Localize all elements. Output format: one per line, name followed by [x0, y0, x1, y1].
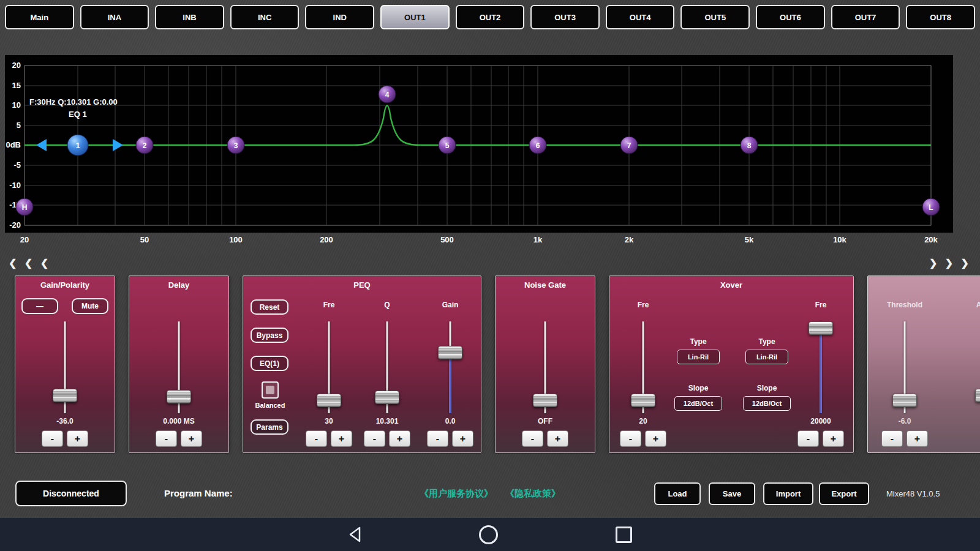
tab-out7[interactable]: OUT7 — [831, 5, 900, 29]
eq-node-6[interactable]: 6 — [529, 137, 546, 154]
peq-band-select-button[interactable]: EQ(1) — [251, 356, 288, 371]
xover-lpf-slope-button[interactable]: 12dB/Oct — [743, 396, 791, 411]
slider-handle[interactable] — [438, 346, 462, 359]
gain-stepper: - + — [42, 430, 88, 447]
eq-node-label: 2 — [143, 141, 147, 150]
limiter-threshold-minus-button[interactable]: - — [881, 430, 903, 447]
eq-node-1[interactable]: 1 — [67, 135, 88, 156]
peq-freq-plus-button[interactable]: + — [331, 430, 352, 447]
eq-node-4[interactable]: 4 — [379, 86, 396, 103]
xover-lpf-slider[interactable] — [807, 321, 834, 413]
eq-node-2[interactable]: 2 — [136, 137, 153, 154]
tab-ind[interactable]: IND — [305, 5, 374, 29]
slider-handle[interactable] — [809, 321, 833, 335]
gain-slider[interactable] — [51, 321, 78, 413]
noise-gate-minus-button[interactable]: - — [522, 430, 543, 447]
limiter-threshold-plus-button[interactable]: + — [907, 430, 928, 447]
tab-out6[interactable]: OUT6 — [756, 5, 825, 29]
tab-out5[interactable]: OUT5 — [680, 5, 750, 29]
y-label: 0dB — [6, 140, 21, 149]
eq-node-8[interactable]: 8 — [741, 137, 758, 154]
y-label: -10 — [9, 181, 21, 190]
peq-freq-minus-button[interactable]: - — [306, 430, 327, 447]
peq-q-plus-button[interactable]: + — [389, 430, 410, 447]
delay-minus-button[interactable]: - — [156, 430, 177, 447]
user-agreement-link[interactable]: 《用户服务协议》 — [420, 488, 493, 498]
home-icon[interactable] — [479, 525, 498, 544]
xover-hpf-plus-button[interactable]: + — [645, 430, 666, 447]
limiter-threshold-value: -6.0 — [886, 417, 923, 425]
load-button[interactable]: Load — [654, 482, 701, 505]
peq-balanced-checkbox[interactable] — [262, 381, 279, 399]
peq-gain-slider[interactable] — [437, 321, 464, 413]
peq-gain-minus-button[interactable]: - — [427, 430, 448, 447]
peq-gain-plus-button[interactable]: + — [452, 430, 473, 447]
slider-handle[interactable] — [167, 390, 191, 403]
eq-node-3[interactable]: 3 — [227, 137, 244, 154]
eq-selected-info: F:30Hz Q:10.301 G:0.00 — [29, 97, 118, 107]
tab-out3[interactable]: OUT3 — [530, 5, 600, 29]
save-button[interactable]: Save — [709, 482, 755, 505]
y-label: -5 — [13, 160, 21, 170]
xover-lpf-minus-button[interactable]: - — [797, 430, 819, 447]
slider-handle[interactable] — [375, 391, 399, 404]
peq-reset-button[interactable]: Reset — [251, 299, 288, 315]
peq-q-stepper: - + — [364, 430, 410, 447]
xover-hpf-slope-button[interactable]: 12dB/Oct — [674, 396, 722, 411]
eq-node-hpf[interactable]: H — [16, 198, 33, 216]
peq-freq-slider[interactable] — [315, 321, 342, 413]
noise-gate-plus-button[interactable]: + — [547, 430, 568, 447]
panels-scroll-right-hint[interactable]: ❯ ❯ ❯ — [929, 257, 971, 269]
panels-scroll-left-hint[interactable]: ❮ ❮ ❮ — [9, 257, 51, 269]
limiter-attack-slider[interactable] — [974, 321, 980, 413]
tab-out4[interactable]: OUT4 — [606, 5, 675, 29]
eq-node-label: 8 — [747, 141, 752, 150]
peq-q-slider[interactable] — [374, 321, 401, 413]
polarity-button[interactable]: — — [21, 298, 58, 314]
xover-hpf-type-button[interactable]: Lin-Ril — [677, 350, 720, 364]
mute-button[interactable]: Mute — [72, 298, 108, 314]
xover-hpf-stepper: - + — [620, 430, 666, 447]
tab-inb[interactable]: INB — [155, 5, 224, 29]
x-label: 20 — [20, 235, 29, 244]
panel-title: Xover — [609, 280, 853, 290]
noise-gate-slider[interactable] — [532, 321, 559, 413]
recents-icon[interactable] — [616, 527, 632, 543]
limiter-threshold-slider[interactable] — [891, 321, 918, 413]
slider-handle[interactable] — [975, 389, 980, 402]
delay-plus-button[interactable]: + — [181, 430, 202, 447]
x-label: 2k — [625, 235, 634, 244]
xover-hpf-slider[interactable] — [630, 321, 657, 413]
slider-handle[interactable] — [533, 394, 557, 407]
export-button[interactable]: Export — [819, 482, 869, 505]
slider-handle[interactable] — [892, 394, 917, 407]
tab-ina[interactable]: INA — [80, 5, 149, 29]
eq-band-label: EQ 1 — [69, 110, 87, 119]
peq-q-minus-button[interactable]: - — [364, 430, 385, 447]
x-label: 50 — [140, 235, 149, 244]
back-icon[interactable] — [348, 526, 361, 543]
slider-handle[interactable] — [317, 394, 341, 407]
xover-lpf-plus-button[interactable]: + — [823, 430, 844, 447]
xover-hpf-minus-button[interactable]: - — [620, 430, 641, 447]
tab-out8[interactable]: OUT8 — [906, 5, 975, 29]
y-label: 20 — [12, 61, 21, 70]
tab-out1[interactable]: OUT1 — [380, 5, 450, 29]
peq-bypass-button[interactable]: Bypass — [251, 328, 288, 343]
eq-node-5[interactable]: 5 — [439, 137, 456, 154]
delay-panel: Delay 0.000 MS - + — [129, 276, 229, 453]
tab-main[interactable]: Main — [5, 5, 74, 29]
eq-node-7[interactable]: 7 — [620, 137, 638, 154]
slider-handle[interactable] — [53, 389, 77, 402]
tab-inc[interactable]: INC — [230, 5, 300, 29]
gain-minus-button[interactable]: - — [42, 430, 63, 447]
gain-plus-button[interactable]: + — [67, 430, 88, 447]
tab-out2[interactable]: OUT2 — [456, 5, 525, 29]
xover-lpf-type-button[interactable]: Lin-Ril — [745, 350, 788, 364]
delay-slider[interactable] — [165, 321, 192, 413]
privacy-policy-link[interactable]: 《隐私政策》 — [505, 488, 560, 498]
slider-handle[interactable] — [631, 394, 655, 407]
eq-node-lpf[interactable]: L — [922, 198, 940, 216]
peq-params-button[interactable]: Params — [251, 419, 288, 435]
import-button[interactable]: Import — [763, 482, 813, 505]
